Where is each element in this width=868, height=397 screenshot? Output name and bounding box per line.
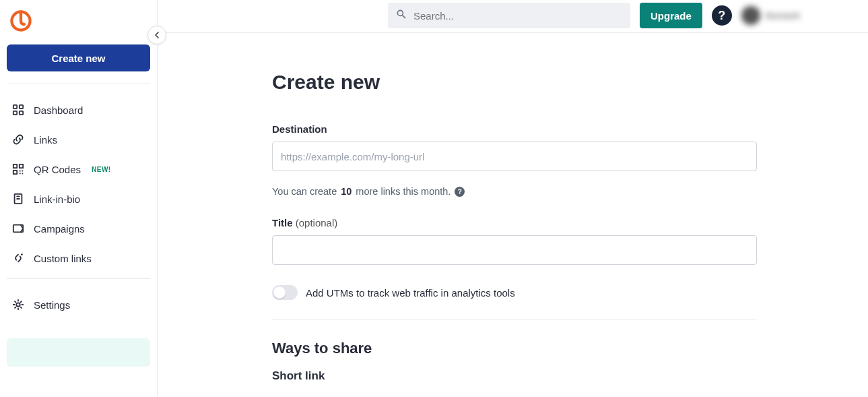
svg-rect-6 xyxy=(20,164,23,168)
topbar: Upgrade ? Account xyxy=(158,0,868,33)
destination-input[interactable] xyxy=(272,142,757,171)
sidebar-item-qrcodes[interactable]: QR Codes NEW! xyxy=(4,154,153,184)
main: Upgrade ? Account Create new Destination… xyxy=(158,0,868,397)
destination-label: Destination xyxy=(272,123,757,135)
divider xyxy=(272,319,757,319)
destination-field: Destination You can create 10 more links… xyxy=(272,123,757,197)
svg-rect-2 xyxy=(20,105,23,109)
svg-rect-1 xyxy=(13,105,17,109)
sidebar-item-links[interactable]: Links xyxy=(4,125,153,154)
svg-point-13 xyxy=(16,303,20,306)
utm-toggle[interactable] xyxy=(272,285,298,300)
title-label: Title (optional) xyxy=(272,217,757,228)
ways-to-share-title: Ways to share xyxy=(272,340,757,357)
svg-rect-7 xyxy=(13,171,17,174)
campaigns-icon xyxy=(12,222,24,235)
dashboard-icon xyxy=(12,104,24,116)
page-title: Create new xyxy=(272,71,757,94)
collapse-sidebar-button[interactable] xyxy=(147,26,166,44)
search-icon xyxy=(396,9,407,22)
logo[interactable] xyxy=(4,7,153,44)
sidebar-item-customlinks[interactable]: Custom links xyxy=(4,243,153,273)
svg-line-15 xyxy=(403,16,405,18)
search-input[interactable] xyxy=(413,10,622,22)
utm-toggle-label: Add UTMs to track web traffic in analyti… xyxy=(306,287,515,299)
links-remaining-hint: You can create 10 more links this month.… xyxy=(272,186,757,197)
upgrade-button[interactable]: Upgrade xyxy=(640,3,702,28)
title-field: Title (optional) xyxy=(272,217,757,265)
svg-rect-5 xyxy=(13,164,17,168)
divider xyxy=(7,84,150,84)
linkinbio-icon xyxy=(12,193,24,205)
sidebar-item-dashboard[interactable]: Dashboard xyxy=(4,95,153,125)
avatar xyxy=(741,6,760,25)
short-link-title: Short link xyxy=(272,369,757,383)
customlinks-icon xyxy=(12,252,24,264)
sidebar-item-label: Campaigns xyxy=(34,223,85,235)
title-input[interactable] xyxy=(272,235,757,265)
sidebar: Create new Dashboard Links QR Codes NEW!… xyxy=(0,0,158,397)
sidebar-item-label: QR Codes xyxy=(34,164,81,175)
help-button[interactable]: ? xyxy=(712,5,732,26)
sidebar-item-settings[interactable]: Settings xyxy=(4,290,153,319)
gear-icon xyxy=(12,299,24,311)
user-menu[interactable]: Account xyxy=(741,6,813,25)
sidebar-item-label: Custom links xyxy=(34,253,92,264)
utm-toggle-row: Add UTMs to track web traffic in analyti… xyxy=(272,285,757,300)
info-icon[interactable]: ? xyxy=(455,187,465,197)
qrcode-icon xyxy=(12,163,24,175)
sidebar-item-label: Links xyxy=(34,134,57,146)
svg-point-12 xyxy=(21,253,23,255)
search-box[interactable] xyxy=(388,3,630,28)
content: Create new Destination You can create 10… xyxy=(158,33,868,383)
sidebar-item-label: Dashboard xyxy=(34,104,83,116)
create-new-button[interactable]: Create new xyxy=(7,44,150,71)
svg-rect-3 xyxy=(13,111,17,115)
divider xyxy=(7,278,150,279)
sidebar-item-campaigns[interactable]: Campaigns xyxy=(4,214,153,243)
sparkle-card[interactable] xyxy=(7,338,150,367)
svg-rect-4 xyxy=(20,111,23,115)
user-name: Account xyxy=(766,10,800,21)
new-badge: NEW! xyxy=(92,166,111,173)
sidebar-item-label: Link-in-bio xyxy=(34,193,80,205)
link-icon xyxy=(12,133,24,146)
sidebar-item-label: Settings xyxy=(34,299,70,311)
sidebar-item-linkinbio[interactable]: Link-in-bio xyxy=(4,184,153,214)
